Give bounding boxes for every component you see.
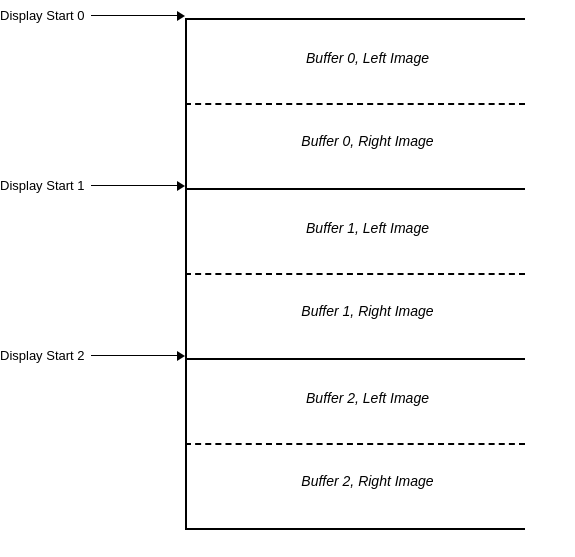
display-start-0-label: Display Start 0 bbox=[0, 8, 185, 23]
arrow-line-0 bbox=[91, 15, 177, 16]
arrow-head-2 bbox=[177, 351, 185, 361]
buffer-0-right-label: Buffer 0, Right Image bbox=[220, 133, 515, 149]
buffer-0-left-label: Buffer 0, Left Image bbox=[220, 50, 515, 66]
solid-line-bottom bbox=[185, 528, 525, 530]
solid-line-2 bbox=[185, 358, 525, 360]
buffer-2-right-label: Buffer 2, Right Image bbox=[220, 473, 515, 489]
solid-line-1 bbox=[185, 188, 525, 190]
arrow-line-2 bbox=[91, 355, 177, 356]
diagram-container: Display Start 0 Buffer 0, Left Image Buf… bbox=[0, 0, 575, 557]
display-start-1-label: Display Start 1 bbox=[0, 178, 185, 193]
buffer-1-right-label: Buffer 1, Right Image bbox=[220, 303, 515, 319]
dashed-line-1 bbox=[185, 273, 525, 275]
display-start-2-label: Display Start 2 bbox=[0, 348, 185, 363]
arrow-head-1 bbox=[177, 181, 185, 191]
arrow-line-1 bbox=[91, 185, 177, 186]
solid-line-0 bbox=[185, 18, 525, 20]
buffer-2-left-label: Buffer 2, Left Image bbox=[220, 390, 515, 406]
dashed-line-2 bbox=[185, 443, 525, 445]
arrow-head-0 bbox=[177, 11, 185, 21]
dashed-line-0 bbox=[185, 103, 525, 105]
buffer-1-left-label: Buffer 1, Left Image bbox=[220, 220, 515, 236]
